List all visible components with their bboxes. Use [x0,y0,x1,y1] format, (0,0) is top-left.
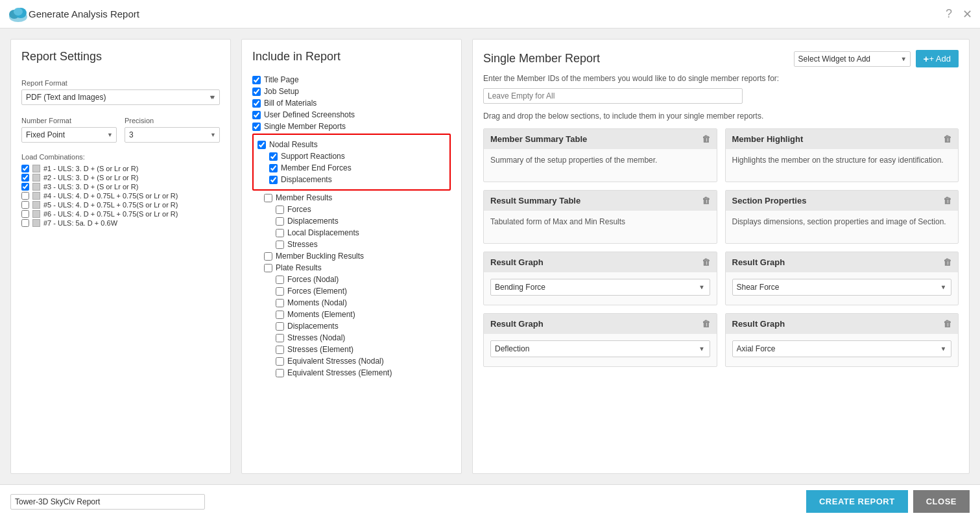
main-content: Report Settings Report Format PDF (Text … [0,29,980,484]
include-item-stresses[interactable]: Stresses [252,240,451,249]
include-item-forces-element[interactable]: Forces (Element) [252,287,451,296]
result-graph-shear-select[interactable]: Bending Force Shear Force Deflection Axi… [732,279,952,296]
bottom-actions: CREATE REPORT CLOSE [806,490,970,513]
load-comb-item[interactable]: #6 - ULS: 4. D + 0.75L + 0.75(S or Lr or… [21,210,220,218]
svg-point-3 [14,8,23,16]
include-items-list: Title Page Job Setup Bill of Materials U… [252,73,451,380]
result-summary-desc: Tabulated form of Max and Min Results [490,217,710,226]
include-item-stresses-element[interactable]: Stresses (Element) [252,345,451,354]
load-comb-item[interactable]: #7 - ULS: 5a. D + 0.6W [21,219,220,227]
create-report-button[interactable]: CREATE REPORT [806,490,908,513]
number-format-select[interactable]: Fixed Point Scientific [21,127,117,143]
include-item-moments-nodal[interactable]: Moments (Nodal) [252,298,451,307]
widget-grid: Member Summary Table 🗑 Summary of the se… [483,128,959,367]
widget-card-result-graph-deflection: Result Graph 🗑 Bending Force Shear Force… [483,313,717,367]
include-item-displacements[interactable]: Displacements [257,175,446,184]
load-comb-item[interactable]: #5 - ULS: 4. D + 0.75L + 0.75(S or Lr or… [21,201,220,209]
include-item-support-reactions[interactable]: Support Reactions [257,152,446,161]
bottom-bar: CREATE REPORT CLOSE [0,484,980,518]
include-item-eq-stresses-element[interactable]: Equivalent Stresses (Element) [252,368,451,377]
load-comb-item[interactable]: #3 - ULS: 3. D + (S or Lr or R) [21,183,220,191]
include-item[interactable]: User Defined Screenshots [252,110,451,119]
include-item-eq-stresses-nodal[interactable]: Equivalent Stresses (Nodal) [252,357,451,366]
delete-section-properties-button[interactable]: 🗑 [943,196,951,206]
include-item-plate-results[interactable]: Plate Results [252,263,451,272]
include-in-report-title: Include in Report [252,50,451,64]
load-combinations-label: Load Combinations: [21,153,220,161]
delete-result-summary-button[interactable]: 🗑 [702,196,710,206]
top-bar: Generate Analysis Report ? ✕ [0,0,980,29]
member-summary-desc: Summary of the setup properties of the m… [490,156,710,165]
include-item-displacements3[interactable]: Displacements [252,322,451,331]
smr-title: Single Member Report [483,52,794,65]
single-member-report-panel: Single Member Report Select Widget to Ad… [472,39,970,474]
smr-header: Single Member Report Select Widget to Ad… [483,50,959,67]
widget-card-section-properties: Section Properties 🗑 Displays dimensions… [725,190,959,244]
precision-select[interactable]: 1 2 3 4 5 [125,127,220,143]
member-highlight-desc: Highlights the member on the structure f… [732,156,952,165]
include-item[interactable]: Single Member Reports [252,122,451,131]
widget-card-member-summary: Member Summary Table 🗑 Summary of the se… [483,128,717,182]
add-widget-button[interactable]: + + Add [916,50,959,67]
report-settings-panel: Report Settings Report Format PDF (Text … [10,39,231,474]
include-item-stresses-nodal[interactable]: Stresses (Nodal) [252,333,451,342]
member-ids-input[interactable] [483,88,743,104]
widget-select-area: Select Widget to Add Member Summary Tabl… [794,50,959,67]
include-item-moments-element[interactable]: Moments (Element) [252,310,451,319]
delete-result-graph-deflection-button[interactable]: 🗑 [702,319,710,329]
include-item-displacements2[interactable]: Displacements [252,217,451,226]
include-item[interactable]: Bill of Materials [252,99,451,108]
project-name-input[interactable] [10,494,205,510]
delete-result-graph-shear-button[interactable]: 🗑 [943,257,951,267]
drag-drop-desc: Drag and drop the below sections, to inc… [483,112,959,121]
include-item-local-displacements[interactable]: Local Displacements [252,228,451,237]
close-button[interactable]: CLOSE [913,490,970,513]
delete-member-summary-button[interactable]: 🗑 [702,134,710,144]
skyciv-logo [8,4,29,25]
member-ids-label: Enter the Member IDs of the members you … [483,74,959,83]
load-comb-item[interactable]: #4 - ULS: 4. D + 0.75L + 0.75(S or Lr or… [21,192,220,200]
result-graph-deflection-select[interactable]: Bending Force Shear Force Deflection Axi… [490,340,710,357]
include-item-member-end-forces[interactable]: Member End Forces [257,163,446,172]
include-item-nodal-results[interactable]: Nodal Results [257,140,446,149]
window-close-icon[interactable]: ✕ [962,7,972,21]
app-title: Generate Analysis Report [29,8,946,19]
help-icon[interactable]: ? [946,7,952,21]
include-item[interactable]: Title Page [252,75,451,84]
report-settings-title: Report Settings [21,50,220,64]
load-comb-item[interactable]: #1 - ULS: 3. D + (S or Lr or R) [21,165,220,172]
result-graph-bending-select[interactable]: Bending Force Shear Force Deflection Axi… [490,279,710,296]
result-graph-axial-select[interactable]: Bending Force Shear Force Deflection Axi… [732,340,952,357]
report-format-label: Report Format [21,79,220,87]
include-item-member-buckling[interactable]: Member Buckling Results [252,252,451,261]
report-format-select[interactable]: PDF (Text and Images) PDF (Images Only) … [21,89,220,105]
delete-result-graph-bending-button[interactable]: 🗑 [702,257,710,267]
load-combinations-list: #1 - ULS: 3. D + (S or Lr or R) #2 - ULS… [21,163,220,228]
widget-card-member-highlight: Member Highlight 🗑 Highlights the member… [725,128,959,182]
section-properties-desc: Displays dimensions, section properties … [732,217,952,226]
delete-member-highlight-button[interactable]: 🗑 [943,134,951,144]
report-format-select-wrap[interactable]: PDF (Text and Images) PDF (Images Only) … [21,89,220,105]
load-comb-item[interactable]: #2 - ULS: 3. D + (S or Lr or R) [21,174,220,182]
include-item[interactable]: Job Setup [252,87,451,96]
nodal-results-highlight: Nodal Results Support Reactions Member E… [252,134,451,191]
widget-card-result-graph-axial: Result Graph 🗑 Bending Force Shear Force… [725,313,959,367]
widget-card-result-summary: Result Summary Table 🗑 Tabulated form of… [483,190,717,244]
precision-label: Precision [125,117,220,124]
widget-add-select[interactable]: Select Widget to Add Member Summary Tabl… [794,51,911,67]
include-item-forces-nodal[interactable]: Forces (Nodal) [252,275,451,284]
include-in-report-panel: Include in Report Title Page Job Setup B… [241,39,462,474]
include-item-forces[interactable]: Forces [252,205,451,214]
widget-card-result-graph-bending: Result Graph 🗑 Bending Force Shear Force… [483,252,717,305]
number-format-label: Number Format [21,117,117,124]
widget-card-result-graph-shear: Result Graph 🗑 Bending Force Shear Force… [725,252,959,305]
delete-result-graph-axial-button[interactable]: 🗑 [943,319,951,329]
include-item-member-results[interactable]: Member Results [252,193,451,202]
